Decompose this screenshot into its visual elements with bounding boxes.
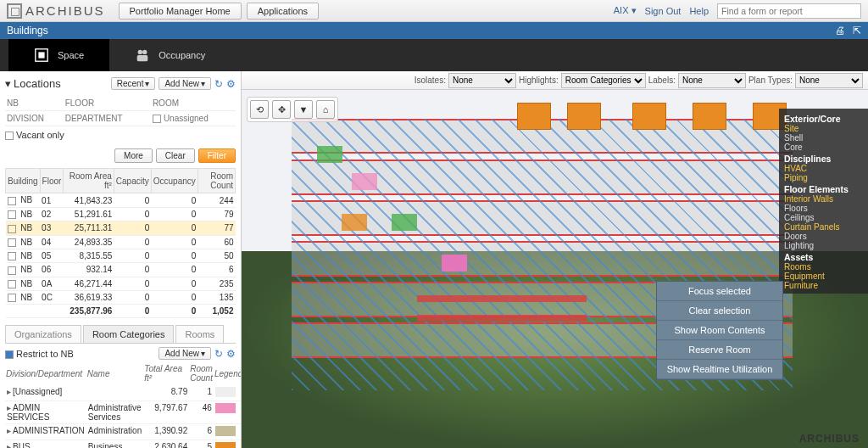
3d-viewer[interactable]: Exterior/Core Site Shell Core Discipline… xyxy=(242,90,868,448)
add-new-location-dropdown[interactable]: Add New ▾ xyxy=(159,77,211,90)
tab-occupancy[interactable]: Occupancy xyxy=(109,39,231,71)
expand-icon[interactable]: ▸ xyxy=(7,403,11,412)
gear-icon[interactable]: ⚙ xyxy=(226,78,236,90)
legend-doors[interactable]: Doors xyxy=(784,232,863,241)
legend-curtain[interactable]: Curtain Panels xyxy=(784,222,863,232)
legend-floor-header: Floor Elements xyxy=(784,184,863,194)
legend-disciplines-header: Disciplines xyxy=(784,154,863,164)
org-row[interactable]: ▸ADMIN SERVICESAdministrative Services9,… xyxy=(5,401,242,424)
chevron-down-view-icon[interactable]: ▼ xyxy=(294,100,313,119)
col-building[interactable]: Building xyxy=(6,169,41,193)
filter-floor[interactable]: FLOOR xyxy=(64,96,151,111)
org-row[interactable]: ▸BUS DEVELOPMENTBusiness Development2,63… xyxy=(5,440,242,448)
plantypes-select[interactable]: None xyxy=(795,73,863,88)
filter-unassigned[interactable]: Unassigned xyxy=(151,111,236,126)
legend-site[interactable]: Site xyxy=(784,124,863,133)
more-button[interactable]: More xyxy=(114,148,153,163)
legend-lighting[interactable]: Lighting xyxy=(784,241,863,250)
vacant-only-checkbox[interactable]: Vacant only xyxy=(5,126,236,143)
action-reserve-room[interactable]: Reserve Room xyxy=(657,340,782,360)
legend-rooms[interactable]: Rooms xyxy=(784,262,863,272)
legend-piping[interactable]: Piping xyxy=(784,173,863,182)
svg-rect-4 xyxy=(137,55,148,61)
col-occupancy[interactable]: Occupancy xyxy=(151,169,198,193)
location-row[interactable]: NB058,315.550050 xyxy=(6,249,236,262)
filter-building[interactable]: NB xyxy=(5,96,64,111)
row-checkbox[interactable] xyxy=(8,238,16,247)
legend-intwalls[interactable]: Interior Walls xyxy=(784,194,863,204)
clear-button[interactable]: Clear xyxy=(156,148,195,163)
location-row[interactable]: NB0141,843.2300244 xyxy=(6,193,236,207)
restrict-checkbox[interactable]: Restrict to NB xyxy=(5,349,74,359)
labels-select[interactable]: None xyxy=(678,73,746,88)
expand-icon[interactable]: ▸ xyxy=(7,442,11,448)
col-capacity[interactable]: Capacity xyxy=(114,169,151,193)
row-checkbox[interactable] xyxy=(8,210,16,219)
legend-floors[interactable]: Floors xyxy=(784,204,863,213)
legend-equipment[interactable]: Equipment xyxy=(784,272,863,281)
gear-org-icon[interactable]: ⚙ xyxy=(226,348,236,360)
labels-label: Labels: xyxy=(648,76,676,85)
filter-department[interactable]: DEPARTMENT xyxy=(64,111,151,126)
add-new-org-dropdown[interactable]: Add New ▾ xyxy=(159,347,211,360)
location-row[interactable]: NB0424,893.350060 xyxy=(6,235,236,249)
chevron-down-icon[interactable]: ▾ xyxy=(5,77,11,90)
global-search-input[interactable] xyxy=(717,3,861,19)
row-checkbox[interactable] xyxy=(8,280,16,288)
action-clear-selection[interactable]: Clear selection xyxy=(657,301,782,321)
row-checkbox[interactable] xyxy=(8,266,16,275)
filter-room[interactable]: ROOM xyxy=(151,96,236,111)
location-row[interactable]: NB06932.14006 xyxy=(6,263,236,277)
help-link[interactable]: Help xyxy=(689,6,709,16)
location-row[interactable]: NB0325,711.310077 xyxy=(6,221,236,235)
col-area[interactable]: Room Area ft² xyxy=(64,169,114,193)
col-floor[interactable]: Floor xyxy=(40,169,64,193)
tab-room-categories[interactable]: Room Categories xyxy=(83,325,175,343)
isolates-select[interactable]: None xyxy=(448,73,516,88)
action-focus-selected[interactable]: Focus selected xyxy=(657,282,782,301)
row-checkbox[interactable] xyxy=(8,197,16,205)
home-view-icon[interactable]: ⌂ xyxy=(316,100,335,119)
row-checkbox[interactable] xyxy=(8,252,16,260)
location-row[interactable]: NB0251,291.610079 xyxy=(6,207,236,221)
legend-ceilings[interactable]: Ceilings xyxy=(784,213,863,222)
sign-out-link[interactable]: Sign Out xyxy=(645,6,682,16)
legend-core[interactable]: Core xyxy=(784,143,863,152)
user-menu[interactable]: AIX ▾ xyxy=(614,5,637,16)
refresh-icon[interactable]: ↻ xyxy=(214,78,223,90)
tab-space-label: Space xyxy=(58,50,84,60)
org-row[interactable]: ▸ADMINISTRATIONAdministration1,390.926As… xyxy=(5,424,242,440)
portfolio-home-button[interactable]: Portfolio Manager Home xyxy=(119,3,242,20)
recent-dropdown[interactable]: Recent ▾ xyxy=(111,77,156,90)
action-show-room-contents[interactable]: Show Room Contents xyxy=(657,321,782,340)
action-realtime-utilization[interactable]: Show Realtime Utilization xyxy=(657,360,782,379)
refresh-org-icon[interactable]: ↻ xyxy=(214,348,223,360)
export-icon[interactable]: ⇱ xyxy=(853,25,861,36)
location-row[interactable]: NB0A46,271.4400235 xyxy=(6,277,236,290)
org-col-area: Total Area ft² xyxy=(143,363,189,385)
pan-icon[interactable]: ✥ xyxy=(272,100,291,119)
org-row[interactable]: ▸[Unassigned]8.791 xyxy=(5,385,242,401)
mode-tabs: Space Occupancy xyxy=(0,39,868,71)
tab-rooms[interactable]: Rooms xyxy=(175,325,224,343)
refresh-view-icon[interactable]: ⟲ xyxy=(250,100,269,119)
org-col-division: Division/Department xyxy=(5,363,86,385)
location-row[interactable]: NB0C36,619.3300135 xyxy=(6,290,236,304)
legend-shell[interactable]: Shell xyxy=(784,133,863,143)
applications-button[interactable]: Applications xyxy=(247,3,319,20)
highlights-select[interactable]: Room Categories xyxy=(561,73,646,88)
expand-icon[interactable]: ▸ xyxy=(7,387,11,396)
legend-assets-header: Assets xyxy=(784,252,863,262)
row-checkbox[interactable] xyxy=(8,294,16,302)
legend-hvac[interactable]: HVAC xyxy=(784,164,863,173)
row-checkbox[interactable] xyxy=(8,225,16,233)
filter-division[interactable]: DIVISION xyxy=(5,111,64,126)
tab-organizations[interactable]: Organizations xyxy=(5,325,81,343)
col-roomcount[interactable]: Room Count xyxy=(198,169,235,193)
legend-furniture[interactable]: Furniture xyxy=(784,281,863,290)
tab-space[interactable]: Space xyxy=(8,39,109,71)
context-title: Buildings xyxy=(7,25,48,36)
expand-icon[interactable]: ▸ xyxy=(7,426,11,435)
print-icon[interactable]: 🖨 xyxy=(835,25,845,36)
filter-button[interactable]: Filter xyxy=(198,148,236,163)
